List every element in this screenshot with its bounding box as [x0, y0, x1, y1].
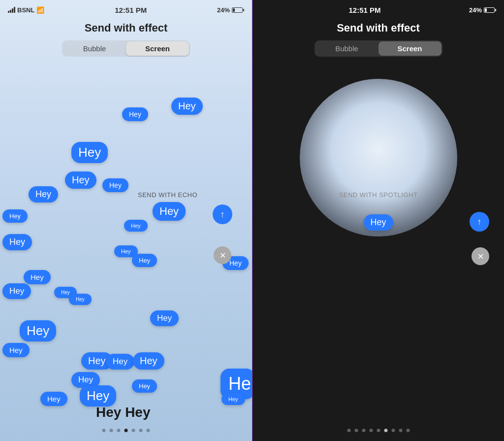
battery-tip-right [495, 9, 496, 11]
dot-4-right[interactable] [369, 429, 373, 432]
wifi-icon-left: 📶 [36, 6, 44, 14]
right-panel: 12:51 PM 24% Send with effect Bubble Scr… [252, 0, 504, 441]
time-left: 12:51 PM [115, 6, 147, 14]
tab-bubble-left[interactable]: Bubble [63, 41, 126, 56]
bubble-hey-17: Hey [69, 294, 92, 305]
signal-bar-3 [12, 8, 13, 13]
left-panel: BSNL 📶 12:51 PM 24% Send with effect Bub… [0, 0, 252, 441]
dot-3-right[interactable] [362, 429, 365, 432]
bubble-hey-18: Hey [150, 310, 179, 326]
status-right-left: 24% [217, 6, 244, 14]
spotlight-circle [300, 79, 457, 237]
segment-control-left: Bubble Screen [62, 40, 190, 57]
dot-7-left[interactable] [147, 429, 150, 432]
bubble-hey-23: Hey [133, 352, 164, 370]
dot-6-right[interactable] [384, 429, 387, 432]
battery-body-left [232, 7, 243, 13]
dot-6-left[interactable] [139, 429, 143, 432]
bubble-hey-9: Hey [124, 220, 148, 232]
dot-4-left[interactable] [125, 429, 128, 432]
battery-tip-left [243, 9, 244, 11]
bubble-hey-26: Hey [132, 379, 157, 393]
bubble-hey-22: Hey [106, 354, 134, 370]
bubble-hey-14: Hey [24, 270, 51, 284]
dot-7-right[interactable] [391, 429, 395, 432]
bubble-hey-3: Hey [71, 142, 108, 163]
battery-icon-left [232, 7, 244, 13]
tab-bubble-right[interactable]: Bubble [315, 41, 378, 56]
bubble-hey-8: Hey [2, 209, 28, 223]
bubble-hey-27: Hey [40, 392, 67, 406]
status-left-left: BSNL 📶 [8, 6, 44, 14]
battery-pct-left: 24% [217, 6, 230, 14]
carrier-left: BSNL [17, 6, 34, 14]
battery-icon-right [484, 7, 496, 13]
spotlight-label: SEND WITH SPOTLIGHT [339, 191, 418, 199]
bubble-hey-2: Hey [171, 98, 203, 115]
bubble-hey-4: Hey [65, 171, 96, 189]
bubble-hey-25: Hey [80, 385, 116, 407]
panel-title-right: Send with effect [252, 18, 504, 40]
hey-hey-bottom-label: Hey Hey [96, 405, 151, 420]
bubble-hey-19: Hey [20, 320, 56, 341]
page-dots-left [102, 429, 150, 432]
send-button-right[interactable]: ↑ [470, 212, 489, 232]
bubble-hey-10: Hey [2, 234, 32, 250]
dot-1-left[interactable] [102, 429, 106, 432]
bubble-hey-7: Hey [153, 202, 186, 221]
segment-control-right: Bubble Screen [315, 40, 442, 57]
signal-bar-4 [14, 7, 15, 13]
signal-bars-left [8, 7, 15, 13]
dot-9-right[interactable] [406, 429, 410, 432]
panel-title-left: Send with effect [0, 18, 252, 40]
bubble-hey-1: Hey [122, 107, 148, 121]
signal-bar-2 [10, 10, 11, 13]
send-button-left[interactable]: ↑ [213, 204, 232, 224]
bubble-hey-12: Hey [132, 254, 157, 267]
bubble-hey-small-right: Hey [221, 393, 245, 405]
tab-screen-left[interactable]: Screen [126, 41, 189, 56]
status-bar-left: BSNL 📶 12:51 PM 24% [0, 0, 252, 18]
battery-body-right [484, 7, 495, 13]
dot-2-left[interactable] [110, 429, 113, 432]
bubble-hey-6: Hey [29, 186, 58, 203]
close-button-right[interactable]: ✕ [472, 247, 489, 265]
page-dots-right [347, 429, 410, 432]
bubble-hey-15: Hey [2, 283, 31, 299]
dot-5-left[interactable] [132, 429, 135, 432]
bubble-hey-5: Hey [102, 178, 128, 192]
tab-screen-right[interactable]: Screen [378, 41, 441, 56]
battery-pct-right: 24% [469, 6, 482, 14]
dot-3-left[interactable] [117, 429, 121, 432]
status-bar-right: 12:51 PM 24% [252, 0, 504, 18]
bubble-hey-20: Hey [2, 343, 30, 357]
bubble-spotlight: Hey [364, 214, 393, 231]
echo-label: SEND WITH ECHO [138, 191, 197, 199]
dot-2-right[interactable] [354, 429, 358, 432]
dot-1-right[interactable] [347, 429, 350, 432]
signal-bar-1 [8, 11, 9, 13]
close-button-left[interactable]: ✕ [214, 246, 231, 264]
dot-5-right[interactable] [377, 429, 380, 432]
time-right: 12:51 PM [348, 6, 380, 14]
dot-8-right[interactable] [399, 429, 402, 432]
status-right-right: 24% [469, 6, 496, 14]
